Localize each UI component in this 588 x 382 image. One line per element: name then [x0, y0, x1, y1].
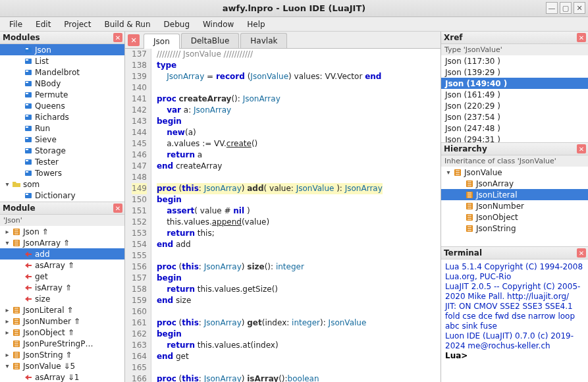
code-line[interactable]: this.values.append(value): [157, 217, 383, 228]
expand-icon[interactable]: ▾: [444, 169, 453, 176]
modules-item[interactable]: Run: [0, 123, 124, 134]
terminal-close-icon[interactable]: ✕: [577, 248, 586, 258]
hierarchy-item[interactable]: JsonString: [441, 223, 588, 234]
code-line[interactable]: end createArray: [157, 161, 383, 172]
code-line[interactable]: [157, 362, 383, 373]
minimize-button[interactable]: —: [546, 2, 558, 14]
code-line[interactable]: return a: [157, 150, 383, 161]
xref-item[interactable]: Json (149:40 ): [441, 78, 588, 89]
menu-debug[interactable]: Debug: [159, 18, 195, 30]
terminal-prompt[interactable]: Lua>: [445, 351, 584, 361]
tab-deltablue[interactable]: DeltaBlue: [181, 33, 240, 48]
modules-item[interactable]: Storage: [0, 145, 124, 156]
xref-item[interactable]: Json (294:31 ): [441, 134, 588, 142]
code-line[interactable]: proc (this: JsonArray) add( value: JsonV…: [157, 183, 383, 194]
modules-item[interactable]: Queens: [0, 100, 124, 111]
code-line[interactable]: end get: [157, 351, 383, 362]
outline-item[interactable]: ▾JsonValue ⇓5: [0, 360, 124, 371]
code-line[interactable]: proc createArray(): JsonArray: [157, 94, 383, 105]
code-line[interactable]: return this.values.at(index): [157, 340, 383, 351]
module-outline-close-icon[interactable]: ✕: [113, 204, 122, 213]
close-all-tabs-icon[interactable]: ✕: [128, 34, 140, 46]
code-line[interactable]: proc (this: JsonArray) size(): integer: [157, 261, 383, 273]
code-line[interactable]: end add: [157, 239, 383, 250]
xref-item[interactable]: Json (117:30 ): [441, 55, 588, 67]
modules-item[interactable]: NBody: [0, 78, 124, 89]
modules-item[interactable]: ▾som: [0, 178, 124, 190]
hierarchy-item[interactable]: JsonArray: [441, 178, 588, 189]
terminal-output[interactable]: Lua 5.1.4 Copyright (C) 1994-2008 Lua.or…: [441, 259, 588, 382]
expand-icon[interactable]: ▸: [3, 306, 12, 314]
code-line[interactable]: proc (this: JsonArray) get(index: intege…: [157, 317, 383, 329]
outline-item[interactable]: ▸JsonNumber ⇑: [0, 315, 124, 327]
hierarchy-item[interactable]: JsonObject: [441, 211, 588, 223]
code-line[interactable]: assert( value # nil ): [157, 205, 383, 217]
tab-havlak[interactable]: Havlak: [240, 33, 287, 48]
code-line[interactable]: [157, 172, 383, 183]
outline-item[interactable]: add: [0, 248, 124, 259]
modules-item[interactable]: Towers: [0, 167, 124, 178]
code-line[interactable]: type: [157, 60, 383, 71]
menu-project[interactable]: Project: [59, 18, 96, 30]
modules-item[interactable]: Mandelbrot: [0, 67, 124, 78]
code-line[interactable]: var a: JsonArray: [157, 105, 383, 116]
outline-item[interactable]: asArray ⇓1: [0, 371, 124, 382]
hierarchy-item[interactable]: JsonLiteral: [441, 189, 588, 200]
expand-icon[interactable]: ▾: [3, 180, 12, 188]
code-line[interactable]: [157, 306, 383, 317]
close-button[interactable]: ✕: [574, 2, 585, 14]
modules-item[interactable]: Richards: [0, 111, 124, 123]
menu-window[interactable]: Window: [198, 18, 239, 30]
code-area[interactable]: ///////// JsonValue ///////////type Json…: [151, 49, 383, 382]
menu-help[interactable]: Help: [242, 18, 270, 30]
hierarchy-item[interactable]: JsonNumber: [441, 200, 588, 211]
code-line[interactable]: begin: [157, 329, 383, 340]
outline-item[interactable]: ▸Json ⇑: [0, 226, 124, 237]
code-line[interactable]: new(a): [157, 127, 383, 138]
menu-file[interactable]: File: [4, 18, 28, 30]
module-outline-tree[interactable]: ▸Json ⇑▾JsonArray ⇑addasArray ⇑getisArra…: [0, 226, 124, 382]
xref-item[interactable]: Json (247:48 ): [441, 123, 588, 134]
code-line[interactable]: begin: [157, 273, 383, 284]
outline-item[interactable]: size: [0, 293, 124, 304]
modules-close-icon[interactable]: ✕: [113, 33, 122, 42]
code-line[interactable]: a.values := VV.create(): [157, 138, 383, 150]
tab-json[interactable]: Json: [144, 34, 180, 49]
modules-item[interactable]: Permute: [0, 89, 124, 100]
xref-item[interactable]: Json (139:29 ): [441, 67, 588, 78]
code-line[interactable]: end size: [157, 295, 383, 306]
code-line[interactable]: return this;: [157, 228, 383, 239]
maximize-button[interactable]: ▢: [560, 2, 572, 14]
outline-item[interactable]: ▸JsonLiteral ⇑: [0, 304, 124, 315]
outline-item[interactable]: ▸JsonObject ⇑: [0, 327, 124, 338]
xref-close-icon[interactable]: ✕: [577, 33, 586, 42]
outline-item[interactable]: ▾JsonArray ⇑: [0, 237, 124, 248]
code-line[interactable]: proc (this: JsonArray) isArray():boolean: [157, 373, 383, 382]
outline-item[interactable]: asArray ⇑: [0, 259, 124, 271]
outline-item[interactable]: ▸JsonString ⇑: [0, 349, 124, 360]
modules-item[interactable]: List: [0, 55, 124, 67]
modules-item[interactable]: Json: [0, 44, 124, 55]
xref-list[interactable]: Json (117:30 )Json (139:29 )Json (149:40…: [441, 55, 588, 142]
expand-icon[interactable]: ▾: [3, 362, 12, 369]
hierarchy-close-icon[interactable]: ✕: [577, 144, 586, 153]
code-line[interactable]: begin: [157, 194, 383, 205]
hierarchy-tree[interactable]: ▾JsonValueJsonArrayJsonLiteralJsonNumber…: [441, 167, 588, 246]
code-line[interactable]: [157, 82, 383, 94]
expand-icon[interactable]: ▸: [3, 329, 12, 336]
expand-icon[interactable]: ▾: [3, 239, 12, 246]
hierarchy-item[interactable]: ▾JsonValue: [441, 167, 588, 178]
code-line[interactable]: JsonArray = record (JsonValue) values: V…: [157, 71, 383, 82]
code-line[interactable]: ///////// JsonValue ///////////: [157, 49, 383, 60]
modules-item[interactable]: Dictionary: [0, 190, 124, 201]
code-line[interactable]: [157, 250, 383, 261]
outline-item[interactable]: isArray ⇑: [0, 282, 124, 293]
expand-icon[interactable]: ▸: [3, 351, 12, 358]
expand-icon[interactable]: ▸: [3, 228, 12, 235]
outline-item[interactable]: JsonPureStringP…: [0, 338, 124, 349]
modules-item[interactable]: Sieve: [0, 134, 124, 145]
code-line[interactable]: begin: [157, 116, 383, 127]
code-line[interactable]: return this.values.getSize(): [157, 284, 383, 295]
modules-item[interactable]: Tester: [0, 156, 124, 167]
expand-icon[interactable]: ▸: [3, 317, 12, 325]
